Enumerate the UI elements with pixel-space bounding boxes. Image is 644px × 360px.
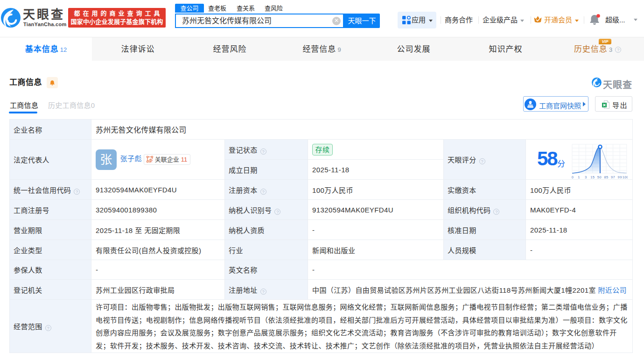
svg-text:50: 50 xyxy=(597,175,602,179)
svg-text:97: 97 xyxy=(611,175,615,179)
svg-text:企: 企 xyxy=(148,158,153,163)
svg-text:1: 1 xyxy=(578,175,580,179)
svg-text:3: 3 xyxy=(585,175,587,179)
svg-text:0: 0 xyxy=(572,175,574,179)
svg-text:85: 85 xyxy=(604,175,608,179)
svg-text:100: 100 xyxy=(623,175,628,179)
svg-text:99: 99 xyxy=(618,175,622,179)
svg-text:15: 15 xyxy=(590,175,595,179)
